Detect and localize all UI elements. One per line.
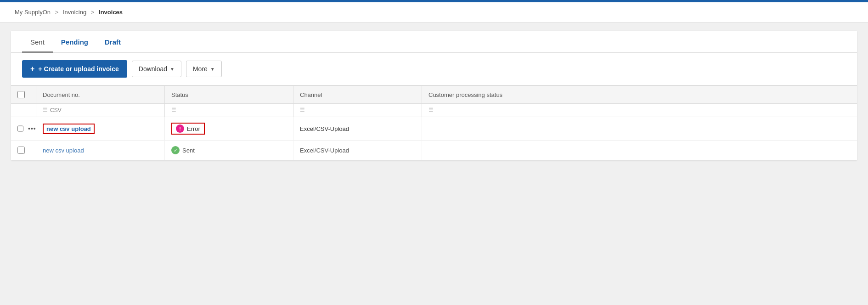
breadcrumb-item-2[interactable]: Invoicing xyxy=(63,9,86,16)
error-icon: ! xyxy=(176,124,184,133)
row-checkbox-2[interactable] xyxy=(17,147,25,154)
status-badge-error: ! Error xyxy=(171,123,205,135)
col-header-channel: Channel xyxy=(293,86,422,103)
more-button[interactable]: More ▼ xyxy=(186,61,222,77)
doc-link-2[interactable]: new csv upload xyxy=(43,147,84,154)
tabs-row: Sent Pending Draft xyxy=(11,31,857,53)
plus-icon: + xyxy=(30,65,34,73)
tab-pending[interactable]: Pending xyxy=(53,31,96,53)
breadcrumb-sep-1: > xyxy=(55,9,60,16)
main-content: Sent Pending Draft + + Create or upload … xyxy=(0,23,868,169)
filter-cell-channel[interactable]: ☰ xyxy=(293,104,422,117)
td-checkbox-2 xyxy=(11,141,36,160)
filter-cell-customer[interactable]: ☰ xyxy=(422,104,857,117)
col-header-customer-status: Customer processing status xyxy=(422,86,857,103)
table-row: new csv upload ✓ Sent Excel/CSV-Upload xyxy=(11,141,857,160)
breadcrumb-sep-2: > xyxy=(91,9,96,16)
more-dropdown-arrow: ▼ xyxy=(210,67,215,72)
status-sent: ✓ Sent xyxy=(171,146,195,154)
breadcrumb-item-3: Invoices xyxy=(99,9,123,16)
col-header-status: Status xyxy=(165,86,293,103)
select-all-checkbox[interactable] xyxy=(17,91,25,98)
create-upload-invoice-button[interactable]: + + Create or upload invoice xyxy=(22,60,127,78)
td-status-1: ! Error xyxy=(165,117,293,140)
filter-icon-status: ☰ xyxy=(171,107,176,113)
table-row: ••• new csv upload ! Error Excel/CSV-Upl… xyxy=(11,117,857,141)
download-button[interactable]: Download ▼ xyxy=(132,61,181,77)
download-dropdown-arrow: ▼ xyxy=(170,67,175,72)
td-channel-2: Excel/CSV-Upload xyxy=(293,141,422,160)
col-header-checkbox xyxy=(11,86,36,103)
tab-draft[interactable]: Draft xyxy=(96,31,129,53)
filter-row: ☰ CSV ☰ ☰ ☰ xyxy=(11,104,857,117)
filter-icon-customer: ☰ xyxy=(428,107,434,113)
breadcrumb: My SupplyOn > Invoicing > Invoices xyxy=(15,9,853,16)
toolbar: + + Create or upload invoice Download ▼ … xyxy=(11,53,857,85)
filter-cell-status[interactable]: ☰ xyxy=(165,104,293,117)
breadcrumb-area: My SupplyOn > Invoicing > Invoices xyxy=(0,2,868,23)
td-doc-2: new csv upload xyxy=(36,141,165,160)
td-checkbox-1: ••• xyxy=(11,117,36,140)
filter-cell-checkbox xyxy=(11,104,36,117)
tab-sent[interactable]: Sent xyxy=(22,31,53,53)
table-header: Document no. Status Channel Customer pro… xyxy=(11,85,857,104)
td-doc-1: new csv upload xyxy=(36,117,165,140)
sent-icon: ✓ xyxy=(171,146,180,154)
td-customer-2 xyxy=(422,141,857,160)
filter-cell-doc[interactable]: ☰ CSV xyxy=(36,104,165,117)
table-area: Document no. Status Channel Customer pro… xyxy=(11,85,857,160)
col-header-doc-no: Document no. xyxy=(36,86,165,103)
td-customer-1 xyxy=(422,117,857,140)
invoices-card: Sent Pending Draft + + Create or upload … xyxy=(11,31,857,160)
row-checkbox-1[interactable] xyxy=(17,125,23,132)
breadcrumb-item-1[interactable]: My SupplyOn xyxy=(15,9,51,16)
filter-csv-label: CSV xyxy=(50,107,62,113)
doc-link-1[interactable]: new csv upload xyxy=(43,124,95,134)
filter-icon-doc: ☰ xyxy=(43,107,48,113)
td-status-2: ✓ Sent xyxy=(165,141,293,160)
td-channel-1: Excel/CSV-Upload xyxy=(293,117,422,140)
filter-icon-channel: ☰ xyxy=(300,107,305,113)
row-actions-1[interactable]: ••• xyxy=(27,125,37,132)
